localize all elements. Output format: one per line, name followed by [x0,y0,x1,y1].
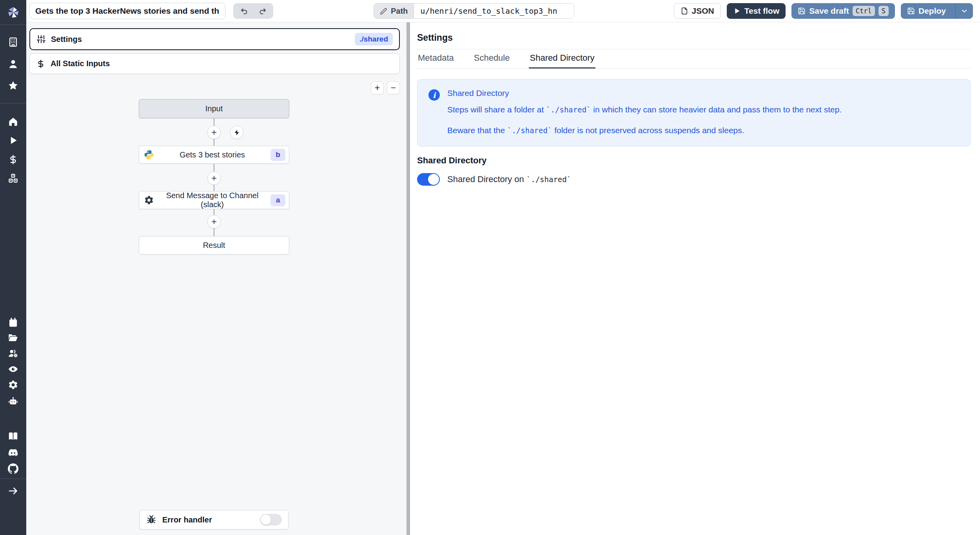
gear-icon [144,195,154,205]
windmill-logo-icon[interactable] [6,5,21,20]
topbar: Path JSON Test flow Save draft CtrlS [26,0,980,22]
info-icon: i [428,89,440,101]
shared-directory-toggle-label: Shared Directory on `./shared` [447,174,571,184]
dollar-icon [36,59,45,69]
zoom-out-button[interactable]: − [387,81,400,94]
inline-code: `./shared` [546,105,591,114]
chevron-down-icon [960,7,968,15]
workspace-building-icon[interactable] [8,37,18,47]
error-handler-label: Error handler [162,515,212,524]
step-id-badge: a [270,194,285,206]
sliders-icon [36,34,46,44]
zoom-in-button[interactable]: + [371,81,384,94]
info-content: Shared Directory Steps will share a fold… [447,89,842,136]
flow-settings-label: Settings [51,35,82,44]
settings-gear-icon[interactable] [8,380,18,390]
kbd-s: S [878,6,889,16]
save-icon [907,7,915,15]
test-flow-button[interactable]: Test flow [727,3,786,19]
result-node[interactable]: Result [139,236,289,255]
settings-tabs: Metadata Schedule Shared Directory [417,49,970,69]
redo-icon [258,7,267,15]
settings-panel-header: Settings [417,22,970,49]
github-icon[interactable] [8,463,18,474]
shared-directory-section-title: Shared Directory [417,155,970,166]
app-window: Path JSON Test flow Save draft CtrlS [0,0,980,535]
resources-cubes-icon[interactable] [8,173,18,184]
pencil-icon [380,7,387,15]
variables-dollar-icon[interactable] [8,154,18,165]
input-node[interactable]: Input [139,99,289,118]
tab-metadata[interactable]: Metadata [417,49,455,69]
flow-title-input[interactable] [29,3,225,19]
runs-play-icon[interactable] [8,135,18,146]
toggle-knob [428,174,439,185]
error-handler-node[interactable]: Error handler [140,510,289,530]
flow-editor-panel: Settings ./shared All Static Inputs + − … [26,22,407,535]
info-title: Shared Directory [447,89,842,98]
tab-shared-directory[interactable]: Shared Directory [529,49,595,69]
kbd-ctrl: Ctrl [853,6,875,16]
sidebar-divider [0,103,26,103]
docs-book-icon[interactable] [8,431,18,441]
shared-directory-toggle-row: Shared Directory on `./shared` [417,173,970,186]
expand-sidebar-arrow-icon[interactable] [8,486,18,496]
toggle-knob [261,515,271,525]
step-node-a[interactable]: Send Message to Channel (slack) a [139,191,289,209]
bolt-icon [234,129,240,136]
add-step-button[interactable]: + [207,172,221,185]
panel-resize-splitter[interactable] [407,22,410,535]
ai-bot-icon[interactable] [8,396,18,407]
undo-redo-group [233,3,273,19]
audit-eye-icon[interactable] [8,364,18,374]
all-static-inputs-row[interactable]: All Static Inputs [29,53,400,74]
info-line-1: Steps will share a folder at `./shared` … [447,105,842,115]
add-step-button[interactable]: + [207,126,221,139]
schedules-calendar-icon[interactable] [8,317,18,328]
redo-button[interactable] [253,4,272,18]
trigger-bolt-button[interactable] [230,126,243,139]
deploy-main[interactable]: Deploy [901,3,952,19]
flow-settings-row[interactable]: Settings ./shared [29,28,400,50]
save-draft-button[interactable]: Save draft CtrlS [791,3,895,19]
home-icon[interactable] [8,116,18,127]
deploy-button[interactable]: Deploy [901,3,973,19]
user-icon[interactable] [8,59,18,69]
save-icon [798,7,806,15]
settings-panel-title: Settings [417,33,970,43]
shared-directory-toggle[interactable] [417,173,440,186]
tab-schedule[interactable]: Schedule [473,49,511,69]
json-button[interactable]: JSON [674,3,721,19]
topbar-actions: JSON Test flow Save draft CtrlS Deploy [674,3,973,19]
discord-icon[interactable] [8,447,18,458]
info-line-2: Beware that the `./shared` folder is not… [447,125,842,136]
shared-directory-info-box: i Shared Directory Steps will share a fo… [417,79,971,146]
undo-icon [240,7,249,15]
inline-code: `./shared` [507,126,552,135]
add-step-button[interactable]: + [207,215,221,228]
groups-users-gear-icon[interactable] [8,348,18,359]
favorites-star-icon[interactable] [8,80,18,91]
file-json-icon [681,7,688,15]
sidebar-divider [0,479,26,479]
error-handler-toggle[interactable] [260,514,282,526]
all-static-inputs-label: All Static Inputs [51,59,110,68]
canvas-zoom-controls: + − [371,81,400,94]
path-label: Path [374,4,414,18]
step-label: Gets 3 best stories [156,150,268,159]
sidebar-divider [0,25,26,25]
step-node-b[interactable]: Gets 3 best stories b [139,146,289,164]
undo-button[interactable] [235,4,253,18]
path-field-group: Path [374,3,574,19]
play-icon [733,7,741,15]
inline-code: `./shared` [526,175,571,184]
shared-path-badge: ./shared [355,33,393,45]
step-label: Send Message to Channel (slack) [156,191,268,209]
folders-icon[interactable] [8,333,18,343]
path-input[interactable] [414,4,574,18]
python-icon [144,150,154,160]
bug-icon [146,515,156,525]
deploy-dropdown-button[interactable] [955,3,973,19]
step-id-badge: b [270,149,285,161]
flow-settings-panel: Settings Metadata Schedule Shared Direct… [410,22,980,535]
